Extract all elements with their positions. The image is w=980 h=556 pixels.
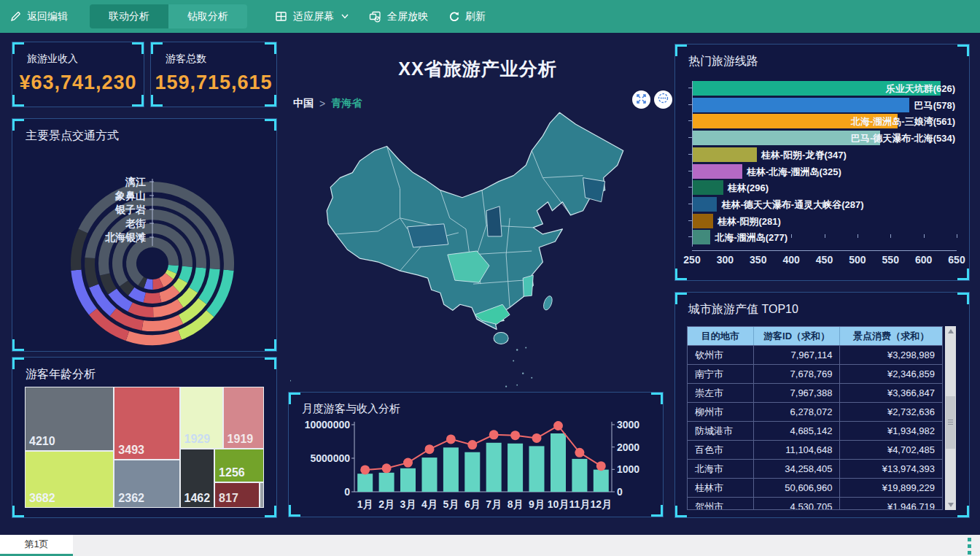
table-row[interactable]: 北海市34,258,405¥13,974,393 — [688, 459, 942, 478]
pencil-icon — [10, 11, 21, 22]
table-cell: 6,278,072 — [754, 403, 841, 421]
drill-analysis-tab[interactable]: 钻取分析 — [168, 4, 247, 28]
map-expand-button[interactable] — [632, 90, 650, 109]
treemap-tile[interactable] — [260, 482, 264, 508]
fullscreen-play-button[interactable]: 全屏放映 — [359, 0, 438, 33]
treemap-tile-value: 3493 — [118, 444, 144, 457]
monthly-line-marker[interactable] — [489, 430, 499, 439]
table-cell: 4,685,142 — [754, 422, 841, 440]
table-row[interactable]: 崇左市7,967,388¥3,366,847 — [688, 383, 942, 402]
monthly-line-marker[interactable] — [403, 458, 413, 468]
table-row[interactable]: 贺州市4,530,705¥1,946,719 — [688, 497, 942, 510]
table-header-cell[interactable]: 游客ID（求和） — [754, 327, 841, 345]
treemap-tile[interactable]: 1919 — [223, 387, 264, 449]
table-row[interactable]: 钦州市7,967,114¥3,298,989 — [688, 345, 942, 364]
route-bar[interactable] — [693, 180, 723, 195]
monthly-bar[interactable] — [572, 459, 587, 492]
table-row[interactable]: 防城港市4,685,142¥1,934,982 — [688, 421, 942, 440]
treemap-tile[interactable]: 3493 — [114, 387, 179, 460]
table-scrollbar[interactable] — [945, 326, 956, 510]
map-container — [290, 108, 671, 394]
monthly-bar[interactable] — [443, 447, 459, 492]
treemap-tile[interactable]: 1462 — [180, 449, 215, 508]
left-axis-tick: 10000000 — [305, 419, 351, 430]
transport-radial-chart[interactable]: 漓江象鼻山银子岩老街北海银滩 — [12, 147, 276, 350]
table-header-cell[interactable]: 目的地市 — [688, 327, 754, 345]
table-cell: 防城港市 — [688, 422, 754, 440]
table-header-cell[interactable]: 景点消费（求和） — [840, 327, 942, 345]
monthly-bar[interactable] — [508, 444, 523, 492]
table-cell: 南宁市 — [688, 365, 754, 383]
monthly-line-marker[interactable] — [553, 421, 563, 430]
table-row[interactable]: 百色市11,104,648¥4,702,485 — [688, 440, 942, 459]
monthly-bar[interactable] — [551, 433, 566, 492]
month-label: 6月 — [464, 498, 481, 510]
monthly-line-marker[interactable] — [575, 448, 584, 457]
route-row: 北海-涠洲岛-三娘湾(561) — [693, 114, 957, 128]
china-map[interactable] — [290, 108, 671, 394]
monthly-bar[interactable] — [357, 474, 373, 492]
kpi-visitors-label: 游客总数 — [151, 42, 276, 66]
route-bar[interactable] — [693, 214, 713, 228]
monthly-line-marker[interactable] — [360, 465, 370, 474]
month-label: 11月 — [569, 498, 590, 510]
monthly-bar[interactable] — [486, 443, 502, 492]
table-row[interactable]: 柳州市6,278,072¥2,732,636 — [688, 402, 942, 421]
monthly-bar[interactable] — [464, 452, 480, 492]
treemap-tile[interactable]: 1929 — [180, 387, 223, 449]
route-bar-label: 桂林-德天大瀑布-通灵大峡谷(287) — [721, 198, 863, 212]
radial-segment[interactable] — [128, 303, 153, 318]
map-more-button[interactable] — [654, 90, 672, 109]
route-bar[interactable] — [693, 230, 710, 244]
treemap-tile[interactable]: 817 — [214, 482, 260, 508]
monthly-line-marker[interactable] — [532, 433, 542, 443]
radial-segment[interactable] — [144, 293, 162, 304]
monthly-bar[interactable] — [422, 457, 438, 492]
treemap-tile[interactable]: 1256 — [214, 449, 264, 482]
route-bar[interactable] — [693, 164, 742, 179]
table-row[interactable]: 桂林市50,606,960¥19,899,229 — [688, 478, 942, 497]
table-row[interactable]: 南宁市7,678,769¥2,346,859 — [688, 364, 942, 383]
kpi-visitors-value: 159,715,615 — [151, 72, 276, 94]
route-bar[interactable] — [693, 98, 909, 112]
monthly-combo-chart[interactable]: 050000001000000001000200030001月2月3月4月5月6… — [289, 417, 663, 517]
page-tab-1[interactable]: 第1页 — [0, 535, 73, 556]
routes-x-ticks: 250300350400450500550600650 — [692, 254, 957, 271]
province-bright-coast — [523, 275, 533, 296]
table-cell: 34,258,405 — [754, 460, 841, 478]
monthly-line-marker[interactable] — [382, 463, 392, 473]
scroll-down-icon[interactable] — [945, 500, 956, 510]
kpi-card-visitors: 游客总数 159,715,615 — [150, 42, 277, 107]
treemap-tile[interactable]: 4210 — [25, 387, 114, 451]
table-cell: 7,678,769 — [754, 365, 841, 383]
scrollbar-thumb[interactable] — [946, 396, 955, 449]
linkage-analysis-tab[interactable]: 联动分析 — [90, 4, 168, 28]
table-cell: ¥4,702,485 — [840, 441, 942, 459]
monthly-line-marker[interactable] — [510, 430, 520, 440]
map-toolbar — [632, 90, 672, 109]
monthly-line-marker[interactable] — [596, 461, 606, 471]
monthly-bar[interactable] — [529, 446, 545, 492]
monthly-line-marker[interactable] — [425, 444, 435, 454]
route-bar[interactable] — [693, 197, 717, 212]
radial-segment[interactable] — [85, 258, 98, 287]
panel-routes-title: 热门旅游线路 — [675, 45, 969, 72]
monthly-bar[interactable] — [400, 468, 416, 492]
treemap-tile[interactable]: 2362 — [114, 460, 179, 508]
route-bar[interactable] — [693, 147, 757, 162]
back-to-edit-button[interactable]: 返回编辑 — [0, 0, 78, 33]
monthly-line-marker[interactable] — [446, 434, 456, 444]
monthly-line-marker[interactable] — [467, 440, 477, 449]
monthly-bar[interactable] — [594, 470, 609, 492]
radial-segment[interactable] — [126, 331, 182, 346]
radial-segment[interactable] — [142, 314, 184, 331]
refresh-button[interactable]: 刷新 — [438, 0, 496, 33]
footer-more-icon[interactable] — [968, 538, 971, 555]
analysis-mode-toggle: 联动分析 钻取分析 — [90, 4, 247, 28]
fit-screen-button[interactable]: 适应屏幕 — [265, 0, 359, 33]
month-label: 9月 — [529, 498, 545, 510]
monthly-bar[interactable] — [379, 473, 394, 492]
treemap-tile[interactable]: 3682 — [25, 451, 114, 508]
scroll-up-icon[interactable] — [945, 326, 956, 336]
panel-transport-title: 主要景点交通方式 — [12, 119, 276, 147]
